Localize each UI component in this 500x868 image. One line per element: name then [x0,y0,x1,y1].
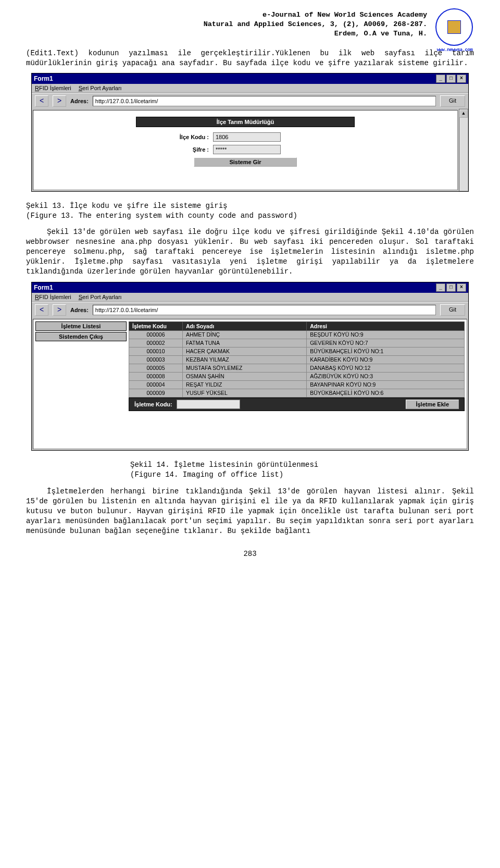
cell: DANABAŞ KÖYÜ NO:12 [307,364,465,372]
right-content-pane: İşletme Kodu Adı Soyadı Adresi 000006AHM… [129,321,465,447]
vertical-scrollbar[interactable]: ▲ [459,109,468,191]
header-line2: Natural and Applied Sciences, 3, (2), A0… [26,20,427,29]
address-bar-2: < > Adres: http://127.0.0.1/ilcetarim/ G… [32,302,468,318]
isletme-kodu-footer-label: İşletme Kodu: [134,401,172,407]
sifre-label: Şifre : [146,146,209,153]
paragraph-2: Şekil 13'de görülen web sayfası ile doğr… [26,227,474,276]
figure-13-screenshot: Form1 _ □ × RFID İşlemleri Seri Port Aya… [31,73,469,192]
cell: 000008 [129,372,183,380]
logo-url: www.newwsa.com [435,47,474,53]
cell: KARADİBEK KÖYÜ NO:9 [307,355,465,364]
th-adresi[interactable]: Adresi [307,321,465,330]
maximize-button-2[interactable]: □ [446,283,456,292]
page-number: 283 [26,550,474,558]
login-panel-title: İlçe Tarım Müdürlüğü [136,117,355,127]
paragraph-1: (Edit1.Text) kodunun yazılması ile gerçe… [26,48,474,68]
address-input[interactable]: http://127.0.0.1/ilcetarim/ [93,96,436,106]
menu-rfid[interactable]: RFID İşlemleri [35,85,71,91]
left-menu-pane: İşletme Listesi Sistemden Çıkış [35,321,127,447]
menu-serialport[interactable]: Seri Port Ayarları [79,85,122,91]
cell: 000005 [129,364,183,372]
logo-inner-icon [447,20,461,34]
cell: BÜYÜKBAHÇELİ KÖYÜ NO:1 [307,347,465,355]
nav-forward-button-2[interactable]: > [53,304,66,316]
cell: MUSTAFA SÖYLEMEZ [183,364,307,372]
journal-header: e-Journal of New World Sciences Academy … [26,10,474,39]
address-bar: < > Adres: http://127.0.0.1/ilcetarim/ G… [32,93,468,109]
cell: OSMAN ŞAHİN [183,372,307,380]
table-row[interactable]: 000008OSMAN ŞAHİNAĞZIBÜYÜK KÖYÜ NO:3 [129,372,465,380]
browser-pane: İlçe Tarım Müdürlüğü İlçe Kodu : 1806 Şi… [33,110,458,190]
window-titlebar[interactable]: Form1 _ □ × [32,73,468,84]
cell: YUSUF YÜKSEL [183,389,307,397]
cell: 000004 [129,380,183,389]
sifre-input[interactable]: ***** [213,145,281,154]
table-row[interactable]: 000006AHMET DİNÇBEŞDUT KÖYÜ NO:9 [129,330,465,339]
cell: FATMA TUNA [183,339,307,347]
address-label: Adres: [70,98,89,104]
paragraph-3: İşletmelerden herhangi birine tıklandığı… [26,487,474,536]
go-button[interactable]: Git [440,95,465,107]
cell: 000002 [129,339,183,347]
cell: BEŞDUT KÖYÜ NO:9 [307,330,465,339]
nav-back-button[interactable]: < [35,95,48,107]
window-titlebar-2[interactable]: Form1 _ □ × [32,282,468,293]
close-button[interactable]: × [457,75,466,83]
cell: 000003 [129,355,183,364]
minimize-button[interactable]: _ [436,75,445,83]
isletme-kodu-footer-input[interactable] [177,400,240,409]
cell: 000009 [129,389,183,397]
menu-bar-2: RFID İşlemleri Seri Port Ayarları [32,293,468,302]
header-line1: e-Journal of New World Sciences Academy [26,10,427,20]
nav-forward-button[interactable]: > [53,95,66,107]
table-row[interactable]: 000002FATMA TUNAGEVEREN KÖYÜ NO:7 [129,339,465,347]
address-input-2[interactable]: http://127.0.0.1/ilcetarim/ [93,305,436,315]
close-button-2[interactable]: × [457,283,466,292]
caption-13-line2: (Figure 13. The entering system with cou… [26,211,474,221]
cell: AĞZIBÜYÜK KÖYÜ NO:3 [307,372,465,380]
cell: REŞAT YILDIZ [183,380,307,389]
caption-13-line1: Şekil 13. İlçe kodu ve şifre ile sisteme… [26,201,474,211]
table-row[interactable]: 000009YUSUF YÜKSELBÜYÜKBAHÇELİ KÖYÜ NO:6 [129,389,465,397]
figure-14-caption: Şekil 14. İşletme listesinin görüntülenm… [130,460,474,480]
menu-serialport-2[interactable]: Seri Port Ayarları [79,294,122,300]
cell: HACER ÇAKMAK [183,347,307,355]
table-row[interactable]: 000003KEZBAN YILMAZKARADİBEK KÖYÜ NO:9 [129,355,465,364]
nwsa-logo: www.newwsa.com [435,8,474,53]
header-line3: Erdem, O.A ve Tuna, H. [26,29,427,39]
login-form: İlçe Kodu : 1806 Şifre : ***** Sisteme G… [136,127,355,170]
sidebar-item-sistemden-cikis[interactable]: Sistemden Çıkış [35,332,127,341]
sidebar-item-isletme-listesi[interactable]: İşletme Listesi [35,321,127,331]
table-row[interactable]: 000004REŞAT YILDIZBAYANPINAR KÖYÜ NO:9 [129,380,465,389]
caption-14-line1: Şekil 14. İşletme listesinin görüntülenm… [130,460,474,470]
go-button-2[interactable]: Git [440,304,465,316]
scroll-up-icon[interactable]: ▲ [459,109,468,118]
minimize-button-2[interactable]: _ [436,283,445,292]
cell: AHMET DİNÇ [183,330,307,339]
nav-back-button-2[interactable]: < [35,304,48,316]
table-row[interactable]: 000005MUSTAFA SÖYLEMEZDANABAŞ KÖYÜ NO:12 [129,364,465,372]
window-title: Form1 [34,75,53,82]
cell: 000010 [129,347,183,355]
caption-14-line2: (Figure 14. Imaging of office list) [130,470,474,480]
figure-13-caption: Şekil 13. İlçe kodu ve şifre ile sisteme… [26,201,474,221]
isletme-table: İşletme Kodu Adı Soyadı Adresi 000006AHM… [129,321,465,398]
ilce-kodu-input[interactable]: 1806 [213,132,281,142]
maximize-button[interactable]: □ [446,75,456,83]
isletme-ekle-button[interactable]: İşletme Ekle [406,400,459,409]
cell: BAYANPINAR KÖYÜ NO:9 [307,380,465,389]
table-footer-bar: İşletme Kodu: İşletme Ekle [129,398,465,411]
figure-14-screenshot: Form1 _ □ × RFID İşlemleri Seri Port Aya… [31,282,469,451]
logo-circle-icon [435,8,473,46]
menu-bar: RFID İşlemleri Seri Port Ayarları [32,84,468,93]
menu-rfid-2[interactable]: RFID İşlemleri [35,294,71,300]
th-isletme-kodu[interactable]: İşletme Kodu [129,321,183,330]
sisteme-gir-button[interactable]: Sisteme Gir [194,157,297,167]
th-adi-soyadi[interactable]: Adı Soyadı [183,321,307,330]
cell: KEZBAN YILMAZ [183,355,307,364]
table-row[interactable]: 000010HACER ÇAKMAKBÜYÜKBAHÇELİ KÖYÜ NO:1 [129,347,465,355]
window-title-2: Form1 [34,284,53,291]
cell: BÜYÜKBAHÇELİ KÖYÜ NO:6 [307,389,465,397]
ilce-kodu-label: İlçe Kodu : [146,134,209,140]
cell: 000006 [129,330,183,339]
